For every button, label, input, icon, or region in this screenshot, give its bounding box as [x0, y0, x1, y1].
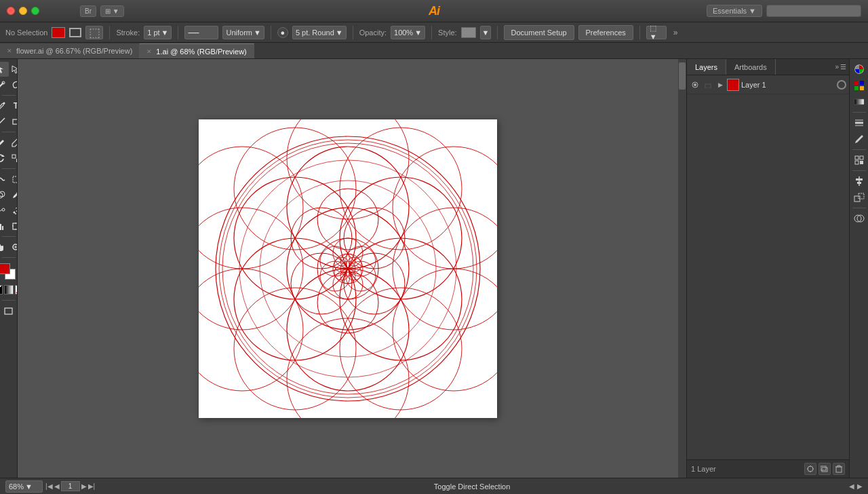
zoom-tool[interactable]	[9, 240, 18, 254]
scrollbar-thumb[interactable]	[679, 62, 686, 90]
nav-next-btn[interactable]: ▶	[81, 482, 87, 490]
layer-thumbnail	[727, 79, 739, 91]
arrange-button[interactable]: ⊞ ▼	[100, 5, 124, 17]
paintbrush-tool[interactable]	[0, 135, 9, 150]
layer-lock-toggle[interactable]	[703, 79, 713, 90]
rp-separator-2	[852, 149, 866, 150]
right-panel-gradient[interactable]	[852, 94, 867, 109]
panel-menu-btn[interactable]: ☰	[840, 63, 846, 71]
layer-visibility-toggle[interactable]	[690, 79, 701, 90]
scale-tool[interactable]	[9, 151, 18, 166]
pencil-tool[interactable]	[9, 135, 18, 150]
tool-row-graph	[0, 218, 18, 233]
pen-tool[interactable]	[0, 98, 9, 113]
brush-size-dropdown[interactable]: ●	[277, 27, 288, 38]
magic-wand-tool[interactable]	[0, 77, 9, 92]
right-panel-symbols[interactable]	[852, 153, 867, 168]
warp-tool[interactable]	[0, 172, 9, 187]
style-dropdown[interactable]: ▼	[480, 26, 491, 39]
stroke-line-dropdown[interactable]: —	[184, 26, 218, 39]
bridge-button[interactable]: Br	[80, 5, 96, 17]
type-tool[interactable]: T	[9, 98, 18, 113]
status-info-text: Toggle Direct Selection	[434, 482, 511, 491]
tool-row-line	[0, 114, 18, 129]
svg-point-43	[287, 119, 409, 219]
expand-panel-btn[interactable]: »	[835, 63, 839, 71]
nav-first-btn[interactable]: |◀	[45, 482, 53, 490]
shape-builder-tool[interactable]	[0, 187, 9, 202]
line-tool[interactable]	[0, 114, 9, 129]
stroke-type-dropdown[interactable]: Uniform ▼	[222, 26, 264, 39]
close-button[interactable]	[7, 7, 15, 15]
layers-tab-artboards[interactable]: Artboards	[726, 59, 776, 75]
artboard-tool[interactable]	[9, 218, 18, 233]
svg-rect-21	[0, 224, 1, 230]
essentials-button[interactable]: Essentials ▼	[707, 5, 762, 17]
foreground-swatch[interactable]	[0, 263, 10, 274]
tab-flower[interactable]: ✕ flower.ai @ 66.67% (RGB/Preview)	[0, 43, 140, 58]
style-swatch[interactable]	[461, 27, 476, 38]
stroke-weight-dropdown[interactable]: 1 pt ▼	[144, 26, 172, 39]
column-graph-tool[interactable]	[0, 218, 9, 233]
tool-row-select	[0, 62, 18, 77]
collapse-panels-btn[interactable]: »	[673, 28, 678, 37]
vertical-scrollbar[interactable]	[678, 59, 686, 478]
workspace-arrange-btn[interactable]: ⬚ ▼	[646, 26, 667, 39]
left-toolbar: T	[0, 59, 18, 478]
hand-tool[interactable]	[0, 240, 9, 254]
blend-tool[interactable]	[0, 203, 9, 218]
svg-marker-0	[0, 66, 3, 73]
symbol-sprayer-tool[interactable]	[9, 203, 18, 218]
right-panel-transform[interactable]	[852, 190, 867, 205]
right-panel-stroke[interactable]	[852, 115, 867, 130]
stroke-swatch[interactable]	[69, 28, 81, 37]
layer-expand-btn[interactable]: ▶	[715, 80, 725, 90]
free-transform-tool[interactable]	[9, 172, 18, 187]
lasso-tool[interactable]	[9, 77, 18, 92]
layer-target-btn[interactable]	[837, 80, 846, 90]
svg-rect-92	[854, 86, 859, 90]
canvas-area[interactable]	[18, 59, 686, 478]
right-panel-align[interactable]	[852, 174, 867, 189]
main-area: T	[0, 59, 868, 478]
nav-last-btn[interactable]: ▶|	[88, 482, 96, 490]
svg-rect-8	[12, 155, 16, 158]
locate-object-btn[interactable]	[804, 463, 816, 475]
preferences-button[interactable]: Preferences	[578, 25, 633, 40]
nav-prev-btn[interactable]: ◀	[54, 482, 60, 490]
delete-layer-btn[interactable]	[833, 463, 845, 475]
selection-tool[interactable]	[0, 62, 9, 77]
layers-tab-layers[interactable]: Layers	[687, 59, 726, 75]
status-arr-left[interactable]: ◀	[849, 482, 854, 490]
opacity-dropdown[interactable]: 100% ▼	[391, 26, 425, 39]
fill-swatch[interactable]	[52, 27, 65, 38]
svg-rect-93	[860, 86, 864, 90]
rp-separator-1	[852, 112, 866, 113]
status-arr-right[interactable]: ▶	[857, 482, 863, 490]
new-layer-btn[interactable]	[818, 463, 831, 475]
layer-row-1[interactable]: ▶ Layer 1	[687, 75, 849, 94]
page-number-input[interactable]	[61, 481, 80, 491]
tab-1ai[interactable]: ✕ 1.ai @ 68% (RGB/Preview)	[140, 43, 254, 58]
direct-selection-tool[interactable]	[9, 62, 18, 77]
search-input[interactable]	[766, 5, 861, 17]
tab-close-flower[interactable]: ✕	[7, 48, 12, 54]
right-panel-swatches[interactable]	[852, 78, 867, 93]
rectangle-tool[interactable]	[9, 114, 18, 129]
right-panel-color[interactable]	[852, 62, 867, 77]
zoom-dropdown[interactable]: 68% ▼	[5, 480, 43, 493]
eyedropper-tool[interactable]	[9, 187, 18, 202]
rotate-tool[interactable]	[0, 151, 9, 166]
change-screen-mode-btn[interactable]	[1, 303, 16, 318]
fg-bg-swatch	[0, 263, 18, 281]
minimize-button[interactable]	[19, 7, 27, 15]
normal-mode-btn[interactable]	[0, 285, 3, 294]
brush-type-dropdown[interactable]: 5 pt. Round ▼	[292, 26, 347, 39]
document-setup-button[interactable]: Document Setup	[504, 25, 574, 40]
maximize-button[interactable]	[31, 7, 39, 15]
stroke-mode-dropdown[interactable]: ⬚	[85, 26, 103, 39]
tab-close-1ai[interactable]: ✕	[146, 48, 152, 55]
right-panel-brushes[interactable]	[852, 132, 867, 147]
gradient-mode-btn[interactable]	[4, 285, 14, 294]
right-panel-pathfinder[interactable]	[852, 211, 867, 226]
